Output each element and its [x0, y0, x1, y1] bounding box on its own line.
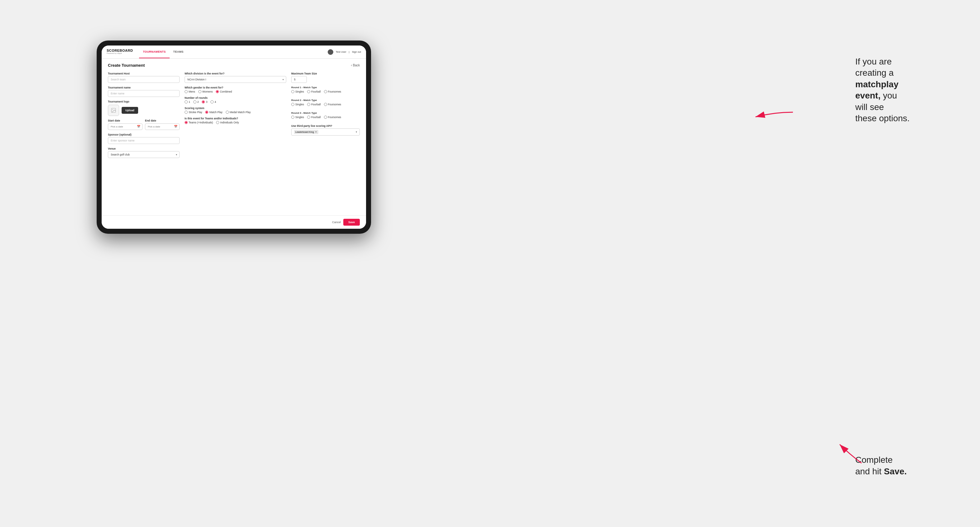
annotation-right: If you are creating a matchplayevent, yo… — [855, 56, 961, 124]
form-footer: Cancel Save — [102, 215, 366, 229]
save-button[interactable]: Save — [343, 219, 360, 225]
rounds-2[interactable]: 2 — [193, 100, 199, 103]
round1-singles-radio[interactable] — [291, 90, 294, 93]
nav-tab-tournaments[interactable]: TOURNAMENTS — [139, 46, 169, 58]
app-header: SCOREBOARD Powered by clippit TOURNAMENT… — [102, 46, 366, 59]
scoring-stroke-radio[interactable] — [185, 111, 188, 114]
scoring-stroke[interactable]: Stroke Play — [185, 111, 202, 114]
round1-section: Round 1 - Match Type Singles Fourball — [291, 86, 360, 93]
form-col-3: Maximum Team Size Round 1 - Match Type S… — [291, 72, 360, 211]
round3-label: Round 3 - Match Type — [291, 111, 360, 114]
api-tag: Leaderboard King ✕ — [294, 130, 318, 134]
back-button[interactable]: ‹ Back — [351, 63, 360, 67]
venue-label: Venue — [108, 147, 180, 150]
rounds-3[interactable]: 3 — [202, 100, 207, 103]
image-icon — [111, 108, 116, 113]
annotation-line2: creating a — [855, 68, 894, 78]
form-col-1: Tournament Host Tournament name Tourname… — [108, 72, 180, 211]
max-team-size-input[interactable] — [291, 76, 307, 83]
venue-select[interactable]: Search golf club — [108, 151, 180, 158]
nav-tab-teams[interactable]: TEAMS — [170, 46, 188, 58]
round2-singles[interactable]: Singles — [291, 103, 304, 106]
round3-foursomes-radio[interactable] — [324, 116, 327, 119]
tournament-host-input[interactable] — [108, 76, 180, 83]
upload-button[interactable]: Upload — [122, 107, 138, 114]
form-body: Tournament Host Tournament name Tourname… — [108, 72, 360, 211]
rounds-4[interactable]: 4 — [210, 100, 216, 103]
round3-radio-group: Singles Fourball Foursomes — [291, 116, 360, 119]
sign-out-link[interactable]: Sign out — [352, 51, 361, 53]
rounds-1[interactable]: 1 — [185, 100, 190, 103]
form-container: Create Tournament ‹ Back Tournament Host… — [102, 59, 366, 215]
scoring-radio-group: Stroke Play Match Play Medal Match Play — [185, 111, 286, 114]
division-label: Which division is the event for? — [185, 72, 286, 75]
rounds-group: Number of rounds 1 2 — [185, 96, 286, 103]
individuals-option[interactable]: Individuals Only — [216, 121, 239, 124]
user-name: Test User — [336, 51, 347, 53]
gender-radio-group: Mens Womens Combined — [185, 90, 286, 93]
brand-logo: SCOREBOARD Powered by clippit — [107, 49, 133, 54]
gender-mens-radio[interactable] — [185, 90, 188, 93]
teams-label: Is this event for Teams and/or Individua… — [185, 117, 286, 120]
scoring-match-radio[interactable] — [205, 111, 208, 114]
header-right: Test User | Sign out — [328, 49, 361, 55]
round2-radio-group: Singles Fourball Foursomes — [291, 103, 360, 106]
rounds-4-radio[interactable] — [210, 100, 213, 103]
gender-mens[interactable]: Mens — [185, 90, 195, 93]
round2-label: Round 2 - Match Type — [291, 99, 360, 102]
round1-singles[interactable]: Singles — [291, 90, 304, 93]
logo-placeholder — [108, 105, 119, 116]
round3-fourball-radio[interactable] — [307, 116, 310, 119]
division-select[interactable]: NCAA Division I — [185, 76, 286, 83]
gender-womens-radio[interactable] — [198, 90, 201, 93]
round2-foursomes[interactable]: Foursomes — [324, 103, 341, 106]
round2-foursomes-radio[interactable] — [324, 103, 327, 106]
round3-foursomes[interactable]: Foursomes — [324, 116, 341, 119]
rounds-3-radio[interactable] — [202, 100, 205, 103]
rounds-1-radio[interactable] — [185, 100, 188, 103]
teams-option[interactable]: Teams (+Individuals) — [185, 121, 213, 124]
scoring-medal-radio[interactable] — [226, 111, 229, 114]
round3-singles-radio[interactable] — [291, 116, 294, 119]
round1-fourball[interactable]: Fourball — [307, 90, 321, 93]
logo-area: Upload — [108, 105, 180, 116]
api-tag-remove[interactable]: ✕ — [315, 130, 317, 133]
api-select-container[interactable]: Leaderboard King ✕ ▾ — [291, 129, 360, 136]
arrow-right-annotation — [749, 100, 799, 125]
individuals-label: Individuals Only — [220, 121, 239, 124]
teams-group: Is this event for Teams and/or Individua… — [185, 117, 286, 124]
round2-fourball-radio[interactable] — [307, 103, 310, 106]
venue-group: Venue Search golf club — [108, 147, 180, 158]
tournament-name-label: Tournament name — [108, 86, 180, 89]
gender-combined-radio[interactable] — [216, 90, 219, 93]
scoring-match[interactable]: Match Play — [205, 111, 222, 114]
gender-combined-label: Combined — [220, 90, 232, 93]
teams-radio[interactable] — [185, 121, 188, 124]
scoring-medal[interactable]: Medal Match Play — [226, 111, 251, 114]
gender-label: Which gender is the event for? — [185, 86, 286, 89]
round1-fourball-radio[interactable] — [307, 90, 310, 93]
round2-singles-radio[interactable] — [291, 103, 294, 106]
round2-fourball[interactable]: Fourball — [307, 103, 321, 106]
round2-section: Round 2 - Match Type Singles Fourball — [291, 99, 360, 106]
round1-foursomes-radio[interactable] — [324, 90, 327, 93]
start-date-group: Start date 📅 — [108, 119, 143, 130]
round3-singles[interactable]: Singles — [291, 116, 304, 119]
round3-fourball[interactable]: Fourball — [307, 116, 321, 119]
individuals-radio[interactable] — [216, 121, 219, 124]
tablet-frame: SCOREBOARD Powered by clippit TOURNAMENT… — [97, 41, 371, 234]
rounds-label: Number of rounds — [185, 96, 286, 99]
tournament-name-input[interactable] — [108, 90, 180, 97]
calendar-icon: 📅 — [137, 125, 140, 128]
end-date-wrapper: 📅 — [145, 123, 180, 130]
api-chevron-icon: ▾ — [356, 130, 357, 133]
cancel-button[interactable]: Cancel — [332, 221, 341, 224]
sponsor-input[interactable] — [108, 137, 180, 144]
tournament-host-group: Tournament Host — [108, 72, 180, 83]
rounds-radio-group: 1 2 3 4 — [185, 100, 286, 103]
gender-womens[interactable]: Womens — [198, 90, 213, 93]
round1-foursomes[interactable]: Foursomes — [324, 90, 341, 93]
api-group: Use third-party live scoring API? Leader… — [291, 124, 360, 136]
rounds-2-radio[interactable] — [193, 100, 196, 103]
gender-combined[interactable]: Combined — [216, 90, 232, 93]
